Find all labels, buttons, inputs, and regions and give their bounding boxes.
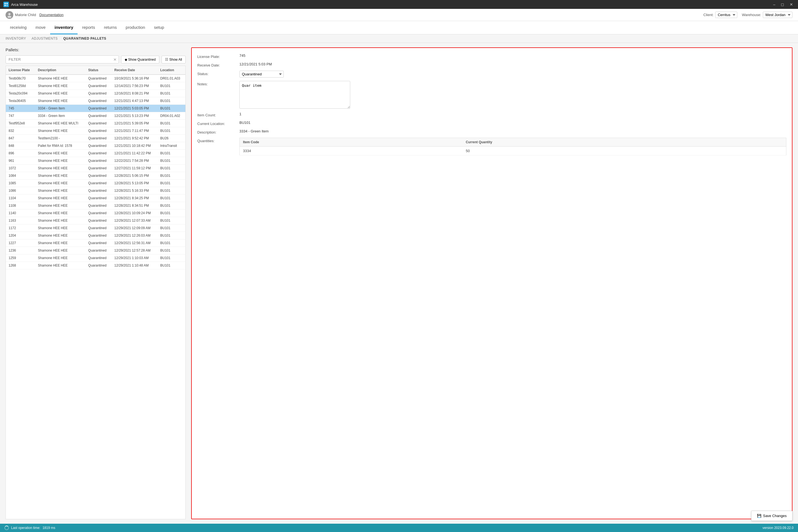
filter-row: ✕ ◆ Show Quarantined ☷ Show All xyxy=(5,55,186,63)
cell-receiveDate: 12/29/2021 1:10:03 AM xyxy=(112,254,158,262)
main-content: Pallets: ✕ ◆ Show Quarantined ☷ Show All… xyxy=(0,43,798,524)
cell-licensePlate: 1236 xyxy=(6,247,35,254)
cell-receiveDate: 12/29/2021 12:07:33 AM xyxy=(112,217,158,225)
table-row[interactable]: Testa36405Shamone HEE HEEQuarantined12/2… xyxy=(6,97,185,105)
nav-item-move[interactable]: move xyxy=(31,21,50,34)
nav-item-inventory[interactable]: inventory xyxy=(50,21,78,34)
table-row[interactable]: 1085Shamone HEE HEEQuarantined12/28/2021… xyxy=(6,179,185,187)
table-row[interactable]: 7473334 - Green ItemQuarantined12/21/202… xyxy=(6,112,185,120)
description-label: Description: xyxy=(197,129,236,134)
save-changes-button[interactable]: 💾 Save Changes xyxy=(751,511,793,521)
warehouse-select[interactable]: West Jordan xyxy=(763,12,793,18)
cell-description: 3334 - Green Item xyxy=(35,105,86,112)
cell-location: BU101 xyxy=(157,172,185,179)
filter-input-wrapper: ✕ xyxy=(5,55,119,63)
receive-date-label: Receive Date: xyxy=(197,62,236,67)
notes-textarea[interactable]: Quar item xyxy=(240,81,350,109)
filter-input[interactable] xyxy=(5,55,119,63)
table-row[interactable]: 1268Shamone HEE HEEQuarantined12/29/2021… xyxy=(6,262,185,269)
cell-receiveDate: 12/21/2021 10:18:42 PM xyxy=(112,142,158,150)
table-row[interactable]: 1236Shamone HEE HEEQuarantined12/29/2021… xyxy=(6,247,185,254)
table-row[interactable]: 1259Shamone HEE HEEQuarantined12/29/2021… xyxy=(6,254,185,262)
cell-receiveDate: 12/16/2021 8:08:21 PM xyxy=(112,90,158,97)
cell-receiveDate: 12/28/2021 8:34:51 PM xyxy=(112,202,158,209)
nav-item-setup[interactable]: setup xyxy=(150,21,169,34)
restore-button[interactable]: ◻ xyxy=(779,2,786,7)
close-button[interactable]: ✕ xyxy=(788,2,795,7)
table-row[interactable]: 1084Shamone HEE HEEQuarantined12/28/2021… xyxy=(6,172,185,179)
last-op-value: 1819 ms xyxy=(42,526,55,530)
table-row[interactable]: Testb08c70Shamone HEE HEEQuarantined10/1… xyxy=(6,75,185,82)
notes-row: Notes: Quar item xyxy=(197,81,786,109)
show-all-button[interactable]: ☷ Show All xyxy=(162,56,186,63)
cell-status: Quarantined xyxy=(86,82,111,90)
cell-licensePlate: 1268 xyxy=(6,262,35,269)
cell-receiveDate: 12/21/2021 7:11:47 PM xyxy=(112,127,158,135)
table-row[interactable]: 1086Shamone HEE HEEQuarantined12/28/2021… xyxy=(6,187,185,194)
table-row[interactable]: 848Pallet for RMA Id: 1578Quarantined12/… xyxy=(6,142,185,150)
svg-point-4 xyxy=(8,13,11,15)
cell-licensePlate: Testf952e8 xyxy=(6,120,35,127)
table-row[interactable]: Test81258dShamone HEE HEEQuarantined12/1… xyxy=(6,82,185,90)
status-row: Status: Quarantined Active Released xyxy=(197,71,786,78)
cell-status: Quarantined xyxy=(86,240,111,247)
show-quarantined-button[interactable]: ◆ Show Quarantined xyxy=(121,56,159,63)
cell-description: Shamone HEE HEE xyxy=(35,194,86,202)
receive-date-value: 12/21/2021 5:03 PM xyxy=(240,62,272,66)
client-select[interactable]: Cerritus xyxy=(715,12,737,18)
table-row[interactable]: 1108Shamone HEE HEEQuarantined12/28/2021… xyxy=(6,202,185,209)
warehouse-section: Warehouse: West Jordan xyxy=(742,12,793,18)
table-row[interactable]: 847TestItem2100 -Quarantined12/21/2021 9… xyxy=(6,135,185,142)
cell-licensePlate: 848 xyxy=(6,142,35,150)
license-plate-row: License Plate: 745 xyxy=(197,54,786,59)
cell-location: BU101 xyxy=(157,262,185,269)
table-row[interactable]: 961Shamone HEE HEEQuarantined12/22/2021 … xyxy=(6,157,185,165)
breadcrumb-inventory[interactable]: INVENTORY xyxy=(5,37,26,40)
cell-receiveDate: 12/21/2021 4:47:13 PM xyxy=(112,97,158,105)
filter-icon: ◆ xyxy=(125,58,127,61)
cell-location: DR01.01.A03 xyxy=(157,75,185,82)
cell-receiveDate: 12/21/2021 5:39:05 PM xyxy=(112,120,158,127)
cell-licensePlate: 1259 xyxy=(6,254,35,262)
client-section: Client: Cerritus xyxy=(704,12,738,18)
nav-item-reports[interactable]: reports xyxy=(78,21,99,34)
table-row[interactable]: Testf952e8Shamone HEE HEE MULTIQuarantin… xyxy=(6,120,185,127)
filter-clear-icon[interactable]: ✕ xyxy=(113,57,117,62)
svg-point-5 xyxy=(7,16,11,18)
nav-item-production[interactable]: production xyxy=(121,21,150,34)
title-bar: Arca Warehouse – ◻ ✕ xyxy=(0,0,798,9)
col-location: Location xyxy=(157,66,185,75)
breadcrumb-adjustments[interactable]: ADJUSTMENTS xyxy=(32,37,58,40)
license-plate-value: 745 xyxy=(240,54,246,58)
table-row[interactable]: 1163Shamone HEE HEEQuarantined12/29/2021… xyxy=(6,217,185,225)
table-row[interactable]: Testa20c094Shamone HEE HEEQuarantined12/… xyxy=(6,90,185,97)
quantities-table: Item Code Current Quantity 333450 xyxy=(240,138,786,155)
nav-item-returns[interactable]: returns xyxy=(99,21,121,34)
cell-description: Shamone HEE HEE xyxy=(35,209,86,217)
nav-item-receiving[interactable]: receiving xyxy=(5,21,31,34)
table-row[interactable]: 1227Shamone HEE HEEQuarantined12/29/2021… xyxy=(6,240,185,247)
status-select[interactable]: Quarantined Active Released xyxy=(240,71,284,78)
table-row[interactable]: 1204Shamone HEE HEEQuarantined12/29/2021… xyxy=(6,232,185,240)
client-label: Client: xyxy=(704,13,714,17)
cell-description: Shamone HEE HEE xyxy=(35,157,86,165)
documentation-link[interactable]: Documentation xyxy=(39,13,63,17)
quantities-row: Quantities: Item Code Current Quantity 3… xyxy=(197,138,786,155)
table-row[interactable]: 7453334 - Green ItemQuarantined12/21/202… xyxy=(6,105,185,112)
table-row[interactable]: 1072Shamone HEE HEEQuarantined12/27/2021… xyxy=(6,165,185,172)
table-row[interactable]: 1140Shamone HEE HEEQuarantined12/28/2021… xyxy=(6,209,185,217)
breadcrumb-quarantined-pallets[interactable]: QUARANTINED PALLETS xyxy=(63,37,106,40)
cell-licensePlate: 1108 xyxy=(6,202,35,209)
current-location-row: Current Location: BU101 xyxy=(197,120,786,126)
table-row[interactable]: 1104Shamone HEE HEEQuarantined12/28/2021… xyxy=(6,194,185,202)
table-row[interactable]: 1172Shamone HEE HEEQuarantined12/29/2021… xyxy=(6,225,185,232)
pallets-table: License Plate Description Status Receive… xyxy=(6,66,185,269)
cell-receiveDate: 12/28/2021 5:16:33 PM xyxy=(112,187,158,194)
table-row[interactable]: 896Shamone HEE HEEQuarantined12/21/2021 … xyxy=(6,150,185,157)
cell-location: BU101 xyxy=(157,105,185,112)
table-row[interactable]: 832Shamone HEE HEEQuarantined12/21/2021 … xyxy=(6,127,185,135)
cell-location: BU101 xyxy=(157,240,185,247)
cell-location: BU101 xyxy=(157,90,185,97)
minimize-button[interactable]: – xyxy=(772,2,777,7)
header-bar: Malorie Child Documentation Client: Cerr… xyxy=(0,9,798,21)
